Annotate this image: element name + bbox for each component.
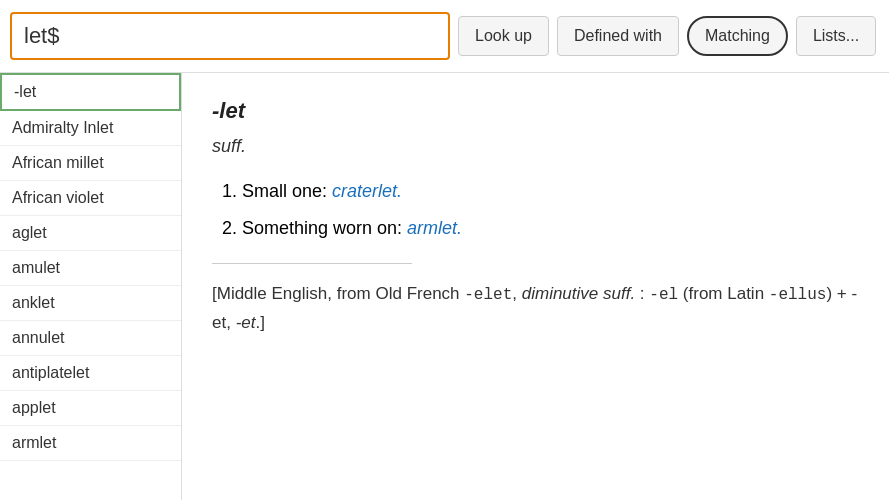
etymology-italic2: -et (236, 313, 256, 332)
search-input[interactable] (10, 12, 450, 60)
main-content: -letAdmiralty InletAfrican milletAfrican… (0, 73, 889, 500)
sidebar-item-armlet[interactable]: armlet (0, 426, 181, 461)
sidebar-item-african-millet[interactable]: African millet (0, 146, 181, 181)
entry-word: -let (212, 93, 859, 128)
entry-pos: suff. (212, 132, 859, 161)
sidebar-item-admiralty-inlet[interactable]: Admiralty Inlet (0, 111, 181, 146)
sidebar-item-african-violet[interactable]: African violet (0, 181, 181, 216)
etymology-italic1: diminutive suff. (522, 284, 635, 303)
etymology: [Middle English, from Old French -elet, … (212, 280, 859, 338)
matching-button[interactable]: Matching (687, 16, 788, 56)
sidebar-item-antiplatelet[interactable]: antiplatelet (0, 356, 181, 391)
definition-list: Small one: craterlet.Something worn on: … (242, 177, 859, 243)
content-area: -let suff. Small one: craterlet.Somethin… (182, 73, 889, 500)
definition-item-2: Something worn on: armlet. (242, 214, 859, 243)
sidebar-item-aglet[interactable]: aglet (0, 216, 181, 251)
sidebar-item-annulet[interactable]: annulet (0, 321, 181, 356)
sidebar: -letAdmiralty InletAfrican milletAfrican… (0, 73, 182, 500)
defined-with-button[interactable]: Defined with (557, 16, 679, 56)
etymology-mono2: -el (649, 286, 678, 304)
example-link-1[interactable]: craterlet. (332, 181, 402, 201)
lists-button[interactable]: Lists... (796, 16, 876, 56)
sidebar-item-amulet[interactable]: amulet (0, 251, 181, 286)
etymology-mono3: -ellus (769, 286, 827, 304)
sidebar-item-anklet[interactable]: anklet (0, 286, 181, 321)
sidebar-item-let[interactable]: -let (0, 73, 181, 111)
definition-item-1: Small one: craterlet. (242, 177, 859, 206)
etymology-mono1: -elet (464, 286, 512, 304)
example-link-2[interactable]: armlet. (407, 218, 462, 238)
sidebar-item-applet[interactable]: applet (0, 391, 181, 426)
lookup-button[interactable]: Look up (458, 16, 549, 56)
header: Look up Defined with Matching Lists... (0, 0, 889, 73)
divider (212, 263, 412, 264)
